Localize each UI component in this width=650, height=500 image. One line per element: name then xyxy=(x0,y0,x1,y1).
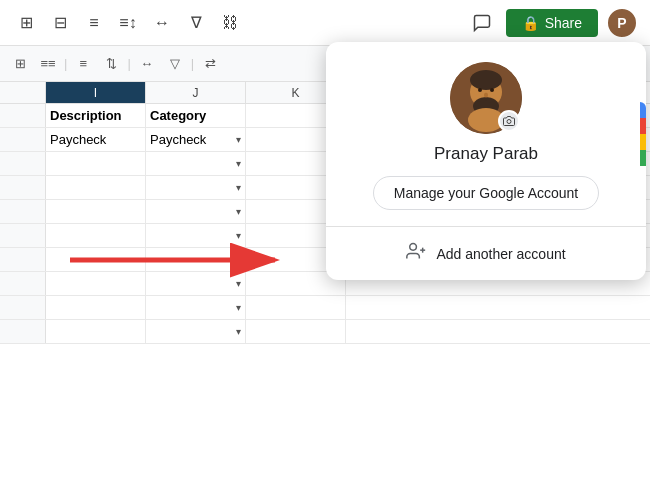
grid-icon[interactable]: ⊞ xyxy=(12,9,40,37)
col-k-9 xyxy=(246,320,346,343)
desc-cell-7[interactable] xyxy=(46,272,146,295)
row-num-8 xyxy=(0,296,46,319)
manage-account-button[interactable]: Manage your Google Account xyxy=(373,176,599,210)
color-bar-green xyxy=(640,150,646,166)
camera-badge[interactable] xyxy=(498,110,520,132)
svg-point-4 xyxy=(470,70,502,90)
share-lock-icon: 🔒 xyxy=(522,15,539,31)
toolbar-icons: ⊞ ⊟ ≡ ≡↕ ↔ ∇ ⛓ xyxy=(12,9,458,37)
svg-point-9 xyxy=(484,93,488,98)
svg-point-11 xyxy=(410,244,417,251)
col-header-I[interactable]: I xyxy=(46,82,146,103)
row-num-3 xyxy=(0,176,46,199)
cat-cell-2[interactable]: ▾ xyxy=(146,152,246,175)
cat-cell-6[interactable]: ▾ xyxy=(146,248,246,271)
filter-icon[interactable]: ▽ xyxy=(163,52,187,76)
dropdown-arrow-1[interactable]: ▾ xyxy=(236,134,241,145)
description-header: Description xyxy=(46,104,146,127)
color-bar-yellow xyxy=(640,134,646,150)
dropdown-arrow-2[interactable]: ▾ xyxy=(236,158,241,169)
popup-footer[interactable]: Add another account xyxy=(342,227,630,280)
color-bar-blue xyxy=(640,102,646,118)
cat-cell-3[interactable]: ▾ xyxy=(146,176,246,199)
rotate-icon[interactable]: ∇ xyxy=(182,9,210,37)
align-left-icon[interactable]: ≡ xyxy=(71,52,95,76)
row-num-4 xyxy=(0,200,46,223)
row-num-header xyxy=(0,82,46,103)
add-account-icon xyxy=(406,241,426,266)
cat-cell-7[interactable]: ▾ xyxy=(146,272,246,295)
row-num-7 xyxy=(0,272,46,295)
svg-point-10 xyxy=(507,120,511,124)
dropdown-arrow-5[interactable]: ▾ xyxy=(236,230,241,241)
add-account-label: Add another account xyxy=(436,246,565,262)
function-icon[interactable]: ⇄ xyxy=(198,52,222,76)
wrap-icon[interactable]: ↔ xyxy=(148,9,176,37)
manage-account-label: Manage your Google Account xyxy=(394,185,578,201)
color-bar-red xyxy=(640,118,646,134)
row-num-5 xyxy=(0,224,46,247)
table-row: ▾ xyxy=(0,296,650,320)
row-col-icon[interactable]: ≡≡ xyxy=(36,52,60,76)
dropdown-arrow-9[interactable]: ▾ xyxy=(236,326,241,337)
row-num-6 xyxy=(0,248,46,271)
google-color-bars xyxy=(640,102,646,166)
dropdown-arrow-6[interactable]: ▾ xyxy=(236,254,241,265)
row-num-2 xyxy=(0,152,46,175)
toolbar: ⊞ ⊟ ≡ ≡↕ ↔ ∇ ⛓ 🔒 Share P xyxy=(0,0,650,46)
valign-icon[interactable]: ≡↕ xyxy=(114,9,142,37)
cat-cell-5[interactable]: ▾ xyxy=(146,224,246,247)
dropdown-arrow-7[interactable]: ▾ xyxy=(236,278,241,289)
link-icon[interactable]: ⛓ xyxy=(216,9,244,37)
cat-cell-4[interactable]: ▾ xyxy=(146,200,246,223)
desc-cell-8[interactable] xyxy=(46,296,146,319)
profile-name: Pranay Parab xyxy=(434,144,538,164)
profile-avatar-wrap xyxy=(450,62,522,134)
table-icon[interactable]: ⊞ xyxy=(8,52,32,76)
account-popup: Pranay Parab Manage your Google Account … xyxy=(326,42,646,280)
dropdown-arrow-4[interactable]: ▾ xyxy=(236,206,241,217)
desc-cell-3[interactable] xyxy=(46,176,146,199)
cat-cell-1[interactable]: Paycheck ▾ xyxy=(146,128,246,151)
share-button[interactable]: 🔒 Share xyxy=(506,9,598,37)
desc-cell-1[interactable]: Paycheck xyxy=(46,128,146,151)
formula-icons: ⊞ ≡≡ | ≡ ⇅ | ↔ ▽ | ⇄ xyxy=(8,52,222,76)
borders-icon[interactable]: ⊟ xyxy=(46,9,74,37)
popup-profile: Pranay Parab Manage your Google Account xyxy=(342,62,630,226)
svg-point-8 xyxy=(490,88,494,92)
dropdown-arrow-8[interactable]: ▾ xyxy=(236,302,241,313)
category-header: Category xyxy=(146,104,246,127)
dropdown-arrow-3[interactable]: ▾ xyxy=(236,182,241,193)
row-num-9 xyxy=(0,320,46,343)
user-avatar[interactable]: P xyxy=(606,7,638,39)
row-num-1 xyxy=(0,128,46,151)
cat-cell-8[interactable]: ▾ xyxy=(146,296,246,319)
desc-cell-6[interactable] xyxy=(46,248,146,271)
desc-cell-9[interactable] xyxy=(46,320,146,343)
wrap-text-icon[interactable]: ↔ xyxy=(135,52,159,76)
desc-cell-2[interactable] xyxy=(46,152,146,175)
cat-cell-9[interactable]: ▾ xyxy=(146,320,246,343)
svg-point-7 xyxy=(478,88,482,92)
col-k-8 xyxy=(246,296,346,319)
col-header-J[interactable]: J xyxy=(146,82,246,103)
desc-cell-5[interactable] xyxy=(46,224,146,247)
vert-align-icon[interactable]: ⇅ xyxy=(99,52,123,76)
comment-button[interactable] xyxy=(466,7,498,39)
share-label: Share xyxy=(545,15,582,31)
desc-cell-4[interactable] xyxy=(46,200,146,223)
row-num-header-row xyxy=(0,104,46,127)
align-icon[interactable]: ≡ xyxy=(80,9,108,37)
table-row: ▾ xyxy=(0,320,650,344)
